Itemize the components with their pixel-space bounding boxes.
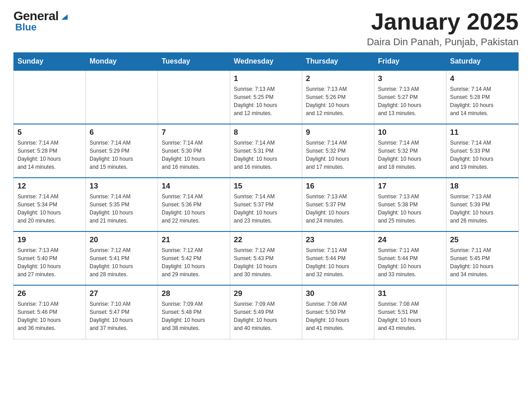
day-number: 8: [234, 128, 298, 137]
day-info: Sunrise: 7:13 AM Sunset: 5:37 PM Dayligh…: [306, 193, 370, 225]
day-header-thursday: Thursday: [302, 53, 374, 71]
day-number: 14: [162, 182, 226, 191]
day-number: 5: [17, 128, 82, 137]
day-info: Sunrise: 7:12 AM Sunset: 5:41 PM Dayligh…: [90, 246, 154, 278]
day-info: Sunrise: 7:14 AM Sunset: 5:32 PM Dayligh…: [306, 139, 370, 171]
day-info: Sunrise: 7:11 AM Sunset: 5:44 PM Dayligh…: [378, 246, 442, 278]
calendar-cell: 6Sunrise: 7:14 AM Sunset: 5:29 PM Daylig…: [86, 124, 158, 178]
calendar-cell: 23Sunrise: 7:11 AM Sunset: 5:44 PM Dayli…: [302, 231, 374, 285]
day-info: Sunrise: 7:14 AM Sunset: 5:34 PM Dayligh…: [17, 193, 82, 225]
day-number: 19: [17, 235, 82, 244]
calendar-cell: 19Sunrise: 7:13 AM Sunset: 5:40 PM Dayli…: [14, 231, 86, 285]
calendar-cell: 1Sunrise: 7:13 AM Sunset: 5:25 PM Daylig…: [230, 70, 302, 124]
day-info: Sunrise: 7:14 AM Sunset: 5:32 PM Dayligh…: [378, 139, 442, 171]
day-info: Sunrise: 7:14 AM Sunset: 5:29 PM Dayligh…: [90, 139, 154, 171]
calendar-cell: 17Sunrise: 7:13 AM Sunset: 5:38 PM Dayli…: [374, 178, 446, 231]
calendar-cell: 28Sunrise: 7:09 AM Sunset: 5:48 PM Dayli…: [158, 285, 230, 339]
day-info: Sunrise: 7:13 AM Sunset: 5:38 PM Dayligh…: [378, 193, 442, 225]
calendar-cell: 12Sunrise: 7:14 AM Sunset: 5:34 PM Dayli…: [14, 178, 86, 231]
day-info: Sunrise: 7:13 AM Sunset: 5:27 PM Dayligh…: [378, 85, 442, 117]
day-info: Sunrise: 7:14 AM Sunset: 5:36 PM Dayligh…: [162, 193, 226, 225]
day-info: Sunrise: 7:12 AM Sunset: 5:42 PM Dayligh…: [162, 246, 226, 278]
calendar-cell: [86, 70, 158, 124]
calendar-cell: 22Sunrise: 7:12 AM Sunset: 5:43 PM Dayli…: [230, 231, 302, 285]
calendar-cell: 15Sunrise: 7:14 AM Sunset: 5:37 PM Dayli…: [230, 178, 302, 231]
page-header: General Blue January 2025 Daira Din Pana…: [13, 9, 519, 48]
day-number: 30: [306, 289, 370, 298]
day-info: Sunrise: 7:14 AM Sunset: 5:35 PM Dayligh…: [90, 193, 154, 225]
day-header-friday: Friday: [374, 53, 446, 71]
day-number: 3: [378, 74, 442, 83]
day-info: Sunrise: 7:08 AM Sunset: 5:50 PM Dayligh…: [306, 300, 370, 332]
calendar-cell: [14, 70, 86, 124]
day-number: 16: [306, 182, 370, 191]
day-number: 6: [90, 128, 154, 137]
calendar-cell: 11Sunrise: 7:14 AM Sunset: 5:33 PM Dayli…: [446, 124, 519, 178]
calendar-cell: 4Sunrise: 7:14 AM Sunset: 5:28 PM Daylig…: [446, 70, 519, 124]
calendar-table: SundayMondayTuesdayWednesdayThursdayFrid…: [13, 52, 519, 339]
calendar-cell: 2Sunrise: 7:13 AM Sunset: 5:26 PM Daylig…: [302, 70, 374, 124]
day-number: 7: [162, 128, 226, 137]
day-info: Sunrise: 7:10 AM Sunset: 5:46 PM Dayligh…: [17, 300, 82, 332]
day-number: 22: [234, 235, 298, 244]
logo-blue: Blue: [15, 21, 37, 33]
logo-triangle-icon: [60, 12, 69, 21]
day-info: Sunrise: 7:13 AM Sunset: 5:26 PM Dayligh…: [306, 85, 370, 117]
calendar-cell: 20Sunrise: 7:12 AM Sunset: 5:41 PM Dayli…: [86, 231, 158, 285]
calendar-cell: 16Sunrise: 7:13 AM Sunset: 5:37 PM Dayli…: [302, 178, 374, 231]
day-info: Sunrise: 7:12 AM Sunset: 5:43 PM Dayligh…: [234, 246, 298, 278]
main-title: January 2025: [367, 9, 519, 34]
calendar-cell: 3Sunrise: 7:13 AM Sunset: 5:27 PM Daylig…: [374, 70, 446, 124]
calendar-cell: 30Sunrise: 7:08 AM Sunset: 5:50 PM Dayli…: [302, 285, 374, 339]
day-number: 21: [162, 235, 226, 244]
day-number: 25: [450, 235, 515, 244]
calendar-cell: [446, 285, 519, 339]
day-info: Sunrise: 7:11 AM Sunset: 5:44 PM Dayligh…: [306, 246, 370, 278]
day-header-monday: Monday: [86, 53, 158, 71]
day-info: Sunrise: 7:11 AM Sunset: 5:45 PM Dayligh…: [450, 246, 515, 278]
day-number: 24: [378, 235, 442, 244]
calendar-cell: 27Sunrise: 7:10 AM Sunset: 5:47 PM Dayli…: [86, 285, 158, 339]
day-info: Sunrise: 7:14 AM Sunset: 5:30 PM Dayligh…: [162, 139, 226, 171]
calendar-week-row: 12Sunrise: 7:14 AM Sunset: 5:34 PM Dayli…: [14, 178, 519, 231]
calendar-cell: 13Sunrise: 7:14 AM Sunset: 5:35 PM Dayli…: [86, 178, 158, 231]
day-info: Sunrise: 7:08 AM Sunset: 5:51 PM Dayligh…: [378, 300, 442, 332]
day-info: Sunrise: 7:09 AM Sunset: 5:48 PM Dayligh…: [162, 300, 226, 332]
day-info: Sunrise: 7:14 AM Sunset: 5:28 PM Dayligh…: [450, 85, 515, 117]
day-info: Sunrise: 7:14 AM Sunset: 5:28 PM Dayligh…: [17, 139, 82, 171]
day-info: Sunrise: 7:09 AM Sunset: 5:49 PM Dayligh…: [234, 300, 298, 332]
day-number: 4: [450, 74, 515, 83]
day-info: Sunrise: 7:10 AM Sunset: 5:47 PM Dayligh…: [90, 300, 154, 332]
calendar-cell: 18Sunrise: 7:13 AM Sunset: 5:39 PM Dayli…: [446, 178, 519, 231]
day-number: 23: [306, 235, 370, 244]
calendar-cell: 14Sunrise: 7:14 AM Sunset: 5:36 PM Dayli…: [158, 178, 230, 231]
calendar-cell: 7Sunrise: 7:14 AM Sunset: 5:30 PM Daylig…: [158, 124, 230, 178]
calendar-cell: 26Sunrise: 7:10 AM Sunset: 5:46 PM Dayli…: [14, 285, 86, 339]
day-info: Sunrise: 7:14 AM Sunset: 5:31 PM Dayligh…: [234, 139, 298, 171]
day-number: 18: [450, 182, 515, 191]
day-header-wednesday: Wednesday: [230, 53, 302, 71]
calendar-cell: 29Sunrise: 7:09 AM Sunset: 5:49 PM Dayli…: [230, 285, 302, 339]
title-block: January 2025 Daira Din Panah, Punjab, Pa…: [367, 9, 519, 48]
calendar-cell: 10Sunrise: 7:14 AM Sunset: 5:32 PM Dayli…: [374, 124, 446, 178]
day-header-tuesday: Tuesday: [158, 53, 230, 71]
day-number: 1: [234, 74, 298, 83]
calendar-cell: 9Sunrise: 7:14 AM Sunset: 5:32 PM Daylig…: [302, 124, 374, 178]
day-number: 27: [90, 289, 154, 298]
calendar-cell: 21Sunrise: 7:12 AM Sunset: 5:42 PM Dayli…: [158, 231, 230, 285]
day-header-sunday: Sunday: [14, 53, 86, 71]
day-number: 2: [306, 74, 370, 83]
day-info: Sunrise: 7:13 AM Sunset: 5:40 PM Dayligh…: [17, 246, 82, 278]
day-info: Sunrise: 7:13 AM Sunset: 5:39 PM Dayligh…: [450, 193, 515, 225]
day-header-saturday: Saturday: [446, 53, 519, 71]
day-info: Sunrise: 7:14 AM Sunset: 5:33 PM Dayligh…: [450, 139, 515, 171]
day-number: 13: [90, 182, 154, 191]
logo: General Blue: [13, 9, 69, 33]
day-number: 12: [17, 182, 82, 191]
subtitle: Daira Din Panah, Punjab, Pakistan: [367, 36, 519, 48]
day-number: 29: [234, 289, 298, 298]
day-number: 15: [234, 182, 298, 191]
svg-marker-0: [61, 14, 68, 20]
calendar-header: SundayMondayTuesdayWednesdayThursdayFrid…: [14, 53, 519, 71]
day-info: Sunrise: 7:14 AM Sunset: 5:37 PM Dayligh…: [234, 193, 298, 225]
